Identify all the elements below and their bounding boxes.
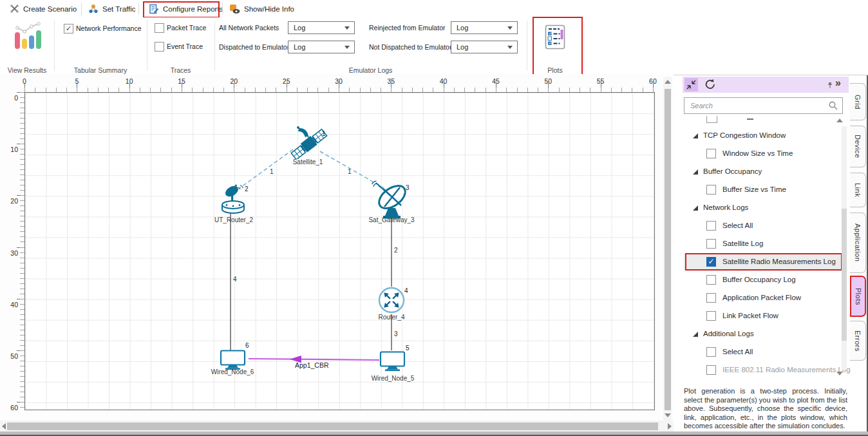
all-network-packets-label: All Network Packets <box>219 24 279 32</box>
tree-item-buffer-occupancy-log[interactable]: Buffer Occupancy Log <box>684 271 844 289</box>
device-wired-node-5[interactable] <box>379 351 406 372</box>
dropdown-caret-icon <box>507 46 513 49</box>
expand-caret-icon[interactable] <box>693 332 698 337</box>
collapse-arrows-icon <box>684 78 698 91</box>
tree-item-checkbox[interactable] <box>706 275 716 285</box>
expand-caret-icon[interactable] <box>693 133 698 138</box>
edge-tab-device[interactable]: Device <box>850 126 866 167</box>
device-label-router-4: Router_4 <box>378 314 404 321</box>
show-hide-info-label: Show/Hide Info <box>244 5 294 13</box>
tree-item-checkbox[interactable] <box>706 239 716 249</box>
scroll-up-icon[interactable] <box>665 80 671 84</box>
selected-value: Log <box>457 43 468 51</box>
tree-scroll-down-icon[interactable] <box>836 372 843 375</box>
dispatched-to-emulator-label: Dispatched to Emulator <box>219 43 289 51</box>
clipped-checkbox <box>706 116 717 123</box>
tree-section-label: TCP Congestion Window <box>703 131 786 139</box>
network-performance-checkbox[interactable]: ✓ <box>64 24 73 33</box>
app-flow-arrow[interactable] <box>249 359 379 360</box>
device-router-4[interactable] <box>377 286 406 314</box>
canvas-vertical-scrollbar[interactable] <box>663 77 672 421</box>
tree-section-label: Buffer Occupancy <box>703 167 762 175</box>
all-network-packets-select[interactable]: Log <box>288 21 355 34</box>
edge-tab-label: Link <box>854 183 862 197</box>
create-scenario-button[interactable]: Create Scenario <box>10 0 77 17</box>
reinjected-from-emulator-label: Reinjected from Emulator <box>369 24 445 32</box>
device-number-badge: 2 <box>245 185 249 193</box>
tree-scrollbar[interactable] <box>842 126 847 370</box>
tree-item-satellite-radio-measurements-log[interactable]: ✓Satellite Radio Measurements Log <box>684 253 844 271</box>
tree-section-label: Additional Logs <box>703 330 754 337</box>
plots-button-icon[interactable] <box>545 24 567 50</box>
configure-reports-button[interactable]: Configure Reports <box>149 0 223 17</box>
scroll-down-icon[interactable] <box>665 413 671 417</box>
show-hide-info-button[interactable]: Show/Hide Info <box>229 0 294 17</box>
collapse-panel-button[interactable] <box>684 78 698 91</box>
expand-caret-icon[interactable] <box>693 169 698 175</box>
event-trace-checkbox[interactable] <box>155 42 164 52</box>
tree-item-select-all[interactable]: Select All <box>684 217 844 235</box>
tree-item-checkbox[interactable] <box>706 293 716 303</box>
dispatched-to-emulator-select[interactable]: Log <box>288 41 355 53</box>
tree-item-checkbox[interactable] <box>706 311 716 321</box>
device-label-ut-router-2: UT_Router_2 <box>214 216 253 223</box>
tree-item-checkbox[interactable] <box>706 221 716 231</box>
edge-tab-grid[interactable]: Grid <box>850 83 866 120</box>
tree-section-buffer-occupancy[interactable]: Buffer Occupancy <box>684 163 844 181</box>
tree-item-label: Buffer Occupancy Log <box>722 276 796 283</box>
canvas-horizontal-scrollbar[interactable] <box>0 421 674 431</box>
tree-item-checkbox[interactable] <box>706 365 716 375</box>
edge-tab-label: Errors <box>854 330 862 352</box>
edge-tab-application[interactable]: Application <box>850 213 866 273</box>
tree-item-satellite-log[interactable]: Satellite Log <box>684 235 844 253</box>
tree-item-checkbox[interactable] <box>706 347 716 357</box>
tree-section-additional-logs[interactable]: Additional Logs <box>684 325 844 343</box>
link-id-label: 1 <box>348 168 352 175</box>
not-dispatched-to-emulator-select[interactable]: Log <box>451 41 518 53</box>
view-results-icon[interactable] <box>13 22 42 50</box>
refresh-button[interactable] <box>704 78 717 93</box>
tree-scroll-up-icon[interactable] <box>836 118 843 122</box>
canvas-vscroll-thumb[interactable] <box>665 89 671 410</box>
expand-caret-icon[interactable] <box>693 205 698 211</box>
edge-tab-plots[interactable]: Plots <box>850 276 866 317</box>
tree-scroll-thumb[interactable] <box>842 209 847 341</box>
tree-item-buffer-size-vs-time[interactable]: Buffer Size vs Time <box>684 181 844 199</box>
canvas-hscroll-thumb[interactable] <box>7 422 658 430</box>
set-traffic-button[interactable]: Set Traffic <box>88 0 136 17</box>
tree-item-window-size-vs-time[interactable]: Window Size vs Time <box>684 145 844 163</box>
packet-trace-label: Packet Trace <box>167 24 206 32</box>
tree-item-ieee-802-11-radio-measurements-log[interactable]: IEEE 802.11 Radio Measurements Log <box>684 361 844 379</box>
dropdown-caret-icon <box>507 26 513 30</box>
edge-tab-label: Grid <box>854 95 862 109</box>
configure-reports-label: Configure Reports <box>163 5 223 13</box>
tree-item-link-packet-flow[interactable]: Link Packet Flow <box>684 307 844 325</box>
device-label-sat-gateway-3: Sat_Gateway_3 <box>368 216 414 223</box>
tree-item-select-all[interactable]: Select All <box>684 343 844 361</box>
tree-item-label: Link Packet Flow <box>722 312 778 319</box>
tree-item-checkbox[interactable] <box>706 149 716 158</box>
show-hide-info-icon <box>229 4 240 14</box>
reinjected-from-emulator-select[interactable]: Log <box>451 21 518 34</box>
tree-item-label: Select All <box>722 222 753 229</box>
tree-section-tcp-congestion-window[interactable]: TCP Congestion Window <box>684 127 844 145</box>
scroll-left-icon[interactable] <box>2 423 6 430</box>
tree-item-checkbox[interactable] <box>706 185 716 194</box>
edge-tab-link[interactable]: Link <box>850 173 866 207</box>
device-number-badge: 5 <box>406 345 410 352</box>
pin-icon[interactable] <box>827 82 833 89</box>
edge-tab-errors[interactable]: Errors <box>850 321 866 361</box>
window-bottom-edge <box>0 431 868 435</box>
search-input[interactable] <box>684 97 843 114</box>
toolbar-separator <box>222 3 223 15</box>
device-number-badge: 4 <box>404 287 408 294</box>
refresh-icon <box>704 78 717 91</box>
link-id-label: 1 <box>270 168 274 175</box>
expand-panel-icon[interactable]: » <box>835 77 841 89</box>
device-wired-node-6[interactable] <box>220 350 247 370</box>
packet-trace-checkbox[interactable] <box>155 23 164 33</box>
netsim-window: Create Scenario Set Traffic Configure Re… <box>0 0 868 436</box>
tree-section-network-logs[interactable]: Network Logs <box>684 199 844 217</box>
scroll-right-icon[interactable] <box>668 423 672 430</box>
tree-item-application-packet-flow[interactable]: Application Packet Flow <box>684 289 844 307</box>
